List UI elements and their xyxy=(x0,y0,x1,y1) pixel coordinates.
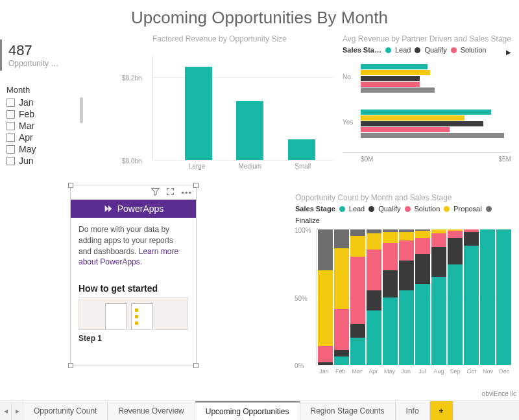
stacked-segment[interactable] xyxy=(415,231,430,237)
stacked-segment[interactable] xyxy=(334,229,349,248)
slicer-item-apr[interactable]: Apr xyxy=(6,132,78,143)
stacked-segment[interactable] xyxy=(318,362,333,365)
chart-avg-revenue[interactable]: Avg Revenue by Partner Driven and Sales … xyxy=(343,34,511,183)
tab-upcoming-opportunities[interactable]: Upcoming Opportunities xyxy=(195,401,300,420)
slicer-item-may[interactable]: May xyxy=(6,144,78,154)
bar-medium[interactable] xyxy=(236,101,263,160)
stacked-segment[interactable] xyxy=(334,309,349,350)
filter-icon[interactable] xyxy=(151,187,160,198)
chart-title: Opportunity Count by Month and Sales Sta… xyxy=(295,193,513,202)
checkbox-icon[interactable] xyxy=(6,110,15,119)
stacked-segment[interactable] xyxy=(496,229,511,365)
stacked-segment[interactable] xyxy=(415,284,430,365)
bar[interactable] xyxy=(361,115,465,121)
stacked-segment[interactable] xyxy=(480,229,495,365)
bar[interactable] xyxy=(361,76,420,81)
bar[interactable] xyxy=(361,64,428,69)
tab-info[interactable]: Info xyxy=(396,401,430,420)
bar[interactable] xyxy=(361,110,491,115)
stacked-segment[interactable] xyxy=(415,238,430,254)
stacked-column[interactable] xyxy=(367,229,381,365)
tab-scroll-left-icon[interactable]: ◂ xyxy=(0,401,12,420)
stacked-segment[interactable] xyxy=(399,290,414,365)
stacked-segment[interactable] xyxy=(367,250,381,290)
kpi-card-opportunity[interactable]: 487 Opportunity … xyxy=(0,40,78,71)
stacked-segment[interactable] xyxy=(367,290,381,310)
resize-handle-icon[interactable] xyxy=(193,183,199,188)
slicer-item-jun[interactable]: Jun xyxy=(6,156,78,166)
stacked-column[interactable] xyxy=(383,229,398,365)
stacked-segment[interactable] xyxy=(350,324,365,338)
stacked-column[interactable] xyxy=(464,229,479,365)
stacked-segment[interactable] xyxy=(464,232,479,246)
checkbox-icon[interactable] xyxy=(6,122,15,130)
stacked-segment[interactable] xyxy=(318,229,333,270)
stacked-column[interactable] xyxy=(448,229,463,365)
legend-scroll-right-icon[interactable]: ▶ xyxy=(506,49,511,56)
tab-opportunity-count[interactable]: Opportunity Count xyxy=(23,401,108,420)
stacked-segment[interactable] xyxy=(431,247,446,277)
bar-small[interactable] xyxy=(288,139,315,160)
bar[interactable] xyxy=(361,127,450,132)
stacked-segment[interactable] xyxy=(334,248,349,309)
stacked-segment[interactable] xyxy=(464,246,479,365)
stacked-column[interactable] xyxy=(350,229,365,365)
stacked-column[interactable] xyxy=(431,229,446,365)
chart-opportunity-count[interactable]: Opportunity Count by Month and Sales Sta… xyxy=(295,193,513,378)
stacked-column[interactable] xyxy=(415,229,430,365)
bar[interactable] xyxy=(361,88,435,93)
tab-revenue-overview[interactable]: Revenue Overview xyxy=(108,401,195,420)
more-options-icon[interactable]: ••• xyxy=(181,188,192,198)
checkbox-icon[interactable] xyxy=(6,157,15,165)
stacked-column[interactable] xyxy=(480,229,495,365)
stacked-segment[interactable] xyxy=(334,356,349,365)
checkbox-icon[interactable] xyxy=(6,145,15,154)
stacked-segment[interactable] xyxy=(399,261,414,290)
stacked-segment[interactable] xyxy=(399,232,414,240)
stacked-column[interactable] xyxy=(334,229,349,365)
stacked-segment[interactable] xyxy=(350,236,365,256)
stacked-segment[interactable] xyxy=(350,338,365,365)
bar[interactable] xyxy=(361,133,504,138)
stacked-segment[interactable] xyxy=(448,231,463,237)
slicer-item-jan[interactable]: Jan xyxy=(6,97,78,108)
stacked-segment[interactable] xyxy=(318,270,333,346)
focus-mode-icon[interactable] xyxy=(166,187,175,198)
checkbox-icon[interactable] xyxy=(6,99,15,107)
stacked-segment[interactable] xyxy=(334,350,349,356)
stacked-segment[interactable] xyxy=(448,238,463,265)
stacked-segment[interactable] xyxy=(383,270,398,298)
powerapps-visual[interactable]: ••• PowerApps Do more with your data by … xyxy=(70,185,197,366)
stacked-segment[interactable] xyxy=(383,243,398,270)
tab-region-stage-counts[interactable]: Region Stage Counts xyxy=(300,401,396,420)
bar-large[interactable] xyxy=(185,67,212,160)
stacked-segment[interactable] xyxy=(350,229,365,236)
bar[interactable] xyxy=(361,82,420,87)
tab-scroll-right-icon[interactable]: ▸ xyxy=(12,401,23,420)
stacked-segment[interactable] xyxy=(415,254,430,284)
stacked-segment[interactable] xyxy=(350,257,365,325)
checkbox-icon[interactable] xyxy=(6,134,15,142)
stacked-column[interactable] xyxy=(399,229,414,365)
stacked-segment[interactable] xyxy=(383,232,398,243)
stacked-column[interactable] xyxy=(318,229,333,365)
stacked-segment[interactable] xyxy=(431,233,446,247)
bar[interactable] xyxy=(361,70,430,75)
chart-factored-revenue[interactable]: Factored Revenue by Opportunity Size $0.… xyxy=(152,34,334,183)
stacked-segment[interactable] xyxy=(318,346,333,362)
stacked-segment[interactable] xyxy=(448,264,463,365)
stacked-segment[interactable] xyxy=(367,310,381,365)
stacked-column[interactable] xyxy=(496,229,511,365)
bar[interactable] xyxy=(361,121,483,126)
stacked-segment[interactable] xyxy=(383,298,398,366)
stacked-segment[interactable] xyxy=(399,240,414,261)
resize-handle-icon[interactable] xyxy=(68,363,73,368)
slicer-item-mar[interactable]: Mar xyxy=(6,121,78,131)
slicer-item-feb[interactable]: Feb xyxy=(6,109,78,119)
scrollbar-thumb[interactable] xyxy=(80,97,83,123)
stacked-segment[interactable] xyxy=(431,277,446,365)
resize-handle-icon[interactable] xyxy=(193,363,199,368)
stacked-segment[interactable] xyxy=(367,233,381,250)
tab-add-page[interactable]: + xyxy=(430,401,453,420)
resize-handle-icon[interactable] xyxy=(68,183,73,188)
